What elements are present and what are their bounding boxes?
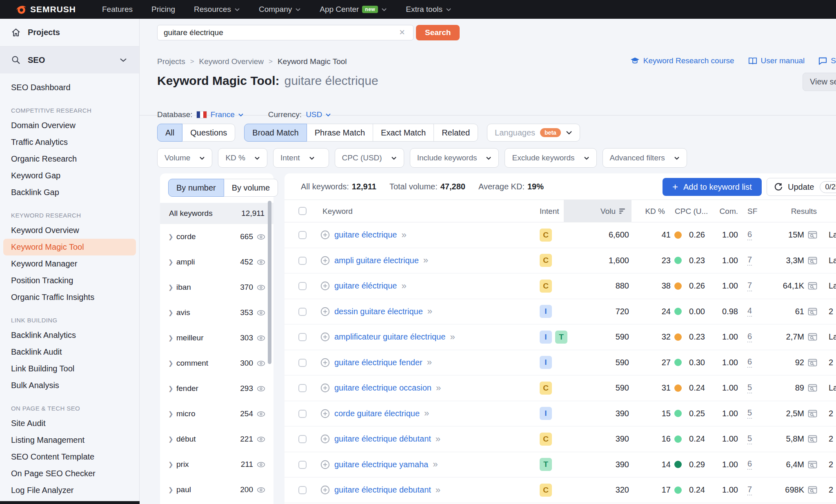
add-keyword-icon[interactable] xyxy=(320,460,330,469)
tab-questions[interactable]: Questions xyxy=(182,124,235,142)
chevron-right-icon[interactable]: ❯ xyxy=(168,410,176,417)
chevron-right-icon[interactable]: ❯ xyxy=(168,284,176,291)
eye-icon[interactable] xyxy=(257,436,265,442)
group-row-debut[interactable]: ❯début221 xyxy=(160,426,273,452)
eye-icon[interactable] xyxy=(257,411,265,417)
chevron-right-icon[interactable]: ❯ xyxy=(168,233,176,240)
sidebar-item-listing-management[interactable]: Listing Management xyxy=(3,432,136,448)
chevron-right-icon[interactable]: ❯ xyxy=(168,360,176,367)
eye-icon[interactable] xyxy=(257,234,265,240)
tab-exact-match[interactable]: Exact Match xyxy=(373,124,434,142)
add-keyword-icon[interactable] xyxy=(320,281,330,291)
view-search-history-button[interactable]: View se xyxy=(803,73,836,91)
row-checkbox[interactable] xyxy=(298,257,307,265)
chevron-right-icon[interactable]: ❯ xyxy=(168,258,176,266)
col-sf[interactable]: SF xyxy=(747,207,757,216)
serp-icon[interactable] xyxy=(808,435,817,443)
chevron-right-icon[interactable]: ❯ xyxy=(168,334,176,342)
sidebar-item-keyword-gap[interactable]: Keyword Gap xyxy=(3,167,136,184)
languages-dropdown[interactable]: Languages beta xyxy=(487,124,580,142)
expand-keyword-icon[interactable]: » xyxy=(436,383,441,393)
expand-keyword-icon[interactable]: » xyxy=(427,306,432,317)
group-row-paul[interactable]: ❯paul200 xyxy=(160,477,273,502)
kd-filter[interactable]: KD % xyxy=(218,148,267,168)
sidebar-item-organic-research[interactable]: Organic Research xyxy=(3,151,136,167)
sidebar-item-domain-overview[interactable]: Domain Overview xyxy=(3,117,136,134)
nav-item-extra-tools[interactable]: Extra tools xyxy=(406,5,451,14)
col-results[interactable]: Results xyxy=(791,207,817,216)
tab-phrase-match[interactable]: Phrase Match xyxy=(307,124,373,142)
serp-icon[interactable] xyxy=(808,410,817,417)
chevron-right-icon[interactable]: ❯ xyxy=(168,309,176,316)
add-keyword-icon[interactable] xyxy=(320,358,330,367)
sidebar-item-seo-content-template[interactable]: SEO Content Template xyxy=(3,448,136,465)
col-volume-sorted[interactable]: Volu xyxy=(564,200,631,222)
row-checkbox[interactable] xyxy=(298,461,307,469)
database-select[interactable]: France xyxy=(211,110,244,119)
include-keywords-filter[interactable]: Include keywords xyxy=(410,148,499,168)
all-keywords-group-row[interactable]: All keywords 12,911 xyxy=(160,203,273,224)
toggle-by-volume[interactable]: By volume xyxy=(224,179,278,197)
serp-icon[interactable] xyxy=(808,333,817,341)
sidebar-item-keyword-magic-tool[interactable]: Keyword Magic Tool xyxy=(3,239,136,255)
expand-keyword-icon[interactable]: » xyxy=(424,408,429,419)
sidebar-item-seo-dashboard[interactable]: SEO Dashboard xyxy=(3,79,136,96)
group-row-ampli[interactable]: ❯ampli452 xyxy=(160,249,273,275)
intent-filter[interactable]: Intent xyxy=(273,148,329,168)
keyword-link[interactable]: guitare électrique occasion xyxy=(334,383,431,393)
chevron-right-icon[interactable]: ❯ xyxy=(168,486,176,493)
sidebar-item-backlink-analytics[interactable]: Backlink Analytics xyxy=(3,327,136,344)
eye-icon[interactable] xyxy=(257,360,265,366)
user-manual-link[interactable]: User manual xyxy=(748,56,805,65)
add-keyword-icon[interactable] xyxy=(320,332,330,342)
col-kd[interactable]: KD % xyxy=(645,207,665,216)
row-checkbox[interactable] xyxy=(298,359,307,367)
chevron-right-icon[interactable]: ❯ xyxy=(168,385,176,392)
breadcrumb-projects[interactable]: Projects xyxy=(157,57,185,66)
sidebar-item-projects[interactable]: Projects xyxy=(0,19,139,47)
sidebar-item-link-building-tool[interactable]: Link Building Tool xyxy=(3,360,136,377)
update-button[interactable]: Update 0/25 xyxy=(767,178,836,196)
tab-related[interactable]: Related xyxy=(434,124,478,142)
add-to-keyword-list-button[interactable]: +Add to keyword list xyxy=(663,178,762,196)
expand-keyword-icon[interactable]: » xyxy=(450,332,455,342)
expand-keyword-icon[interactable]: » xyxy=(427,357,432,368)
sidebar-item-backlink-audit[interactable]: Backlink Audit xyxy=(3,344,136,360)
group-row-avis[interactable]: ❯avis353 xyxy=(160,300,273,325)
group-row-meilleur[interactable]: ❯meilleur303 xyxy=(160,325,273,351)
sidebar-item-backlink-gap[interactable]: Backlink Gap xyxy=(3,184,136,201)
breadcrumb-keyword-overview[interactable]: Keyword Overview xyxy=(199,57,264,66)
nav-item-features[interactable]: Features xyxy=(102,5,133,14)
serp-icon[interactable] xyxy=(808,231,817,239)
serp-icon[interactable] xyxy=(808,486,817,494)
volume-filter[interactable]: Volume xyxy=(157,148,212,168)
sidebar-item-traffic-analytics[interactable]: Traffic Analytics xyxy=(3,134,136,151)
tab-broad-match[interactable]: Broad Match xyxy=(244,124,307,142)
expand-keyword-icon[interactable]: » xyxy=(436,485,440,495)
expand-keyword-icon[interactable]: » xyxy=(436,434,440,444)
serp-icon[interactable] xyxy=(808,461,817,468)
group-row-prix[interactable]: ❯prix211 xyxy=(160,452,273,477)
group-row-micro[interactable]: ❯micro254 xyxy=(160,401,273,426)
group-list-scrollbar[interactable] xyxy=(268,201,271,364)
eye-icon[interactable] xyxy=(257,310,265,316)
chevron-right-icon[interactable]: ❯ xyxy=(168,435,176,443)
group-row-iban[interactable]: ❯iban370 xyxy=(160,275,273,300)
eye-icon[interactable] xyxy=(257,386,265,392)
add-keyword-icon[interactable] xyxy=(320,383,330,393)
nav-item-resources[interactable]: Resources xyxy=(194,5,240,14)
row-checkbox[interactable] xyxy=(298,282,307,290)
row-checkbox[interactable] xyxy=(298,384,307,392)
row-checkbox[interactable] xyxy=(298,333,307,341)
expand-keyword-icon[interactable]: » xyxy=(433,459,438,470)
sidebar-item-log-file-analyzer[interactable]: Log File Analyzer xyxy=(3,482,136,499)
eye-icon[interactable] xyxy=(257,259,265,265)
keyword-link[interactable]: guitare électrique debutant xyxy=(334,485,431,495)
sidebar-item-organic-traffic-insights[interactable]: Organic Traffic Insights xyxy=(3,289,136,306)
eye-icon[interactable] xyxy=(257,284,265,291)
keyword-link[interactable]: dessin guitare électrique xyxy=(334,307,423,316)
group-row-comment[interactable]: ❯comment300 xyxy=(160,351,273,376)
sidebar-section-seo[interactable]: SEO xyxy=(0,47,139,73)
nav-item-pricing[interactable]: Pricing xyxy=(151,5,175,14)
tab-all[interactable]: All xyxy=(157,124,182,142)
